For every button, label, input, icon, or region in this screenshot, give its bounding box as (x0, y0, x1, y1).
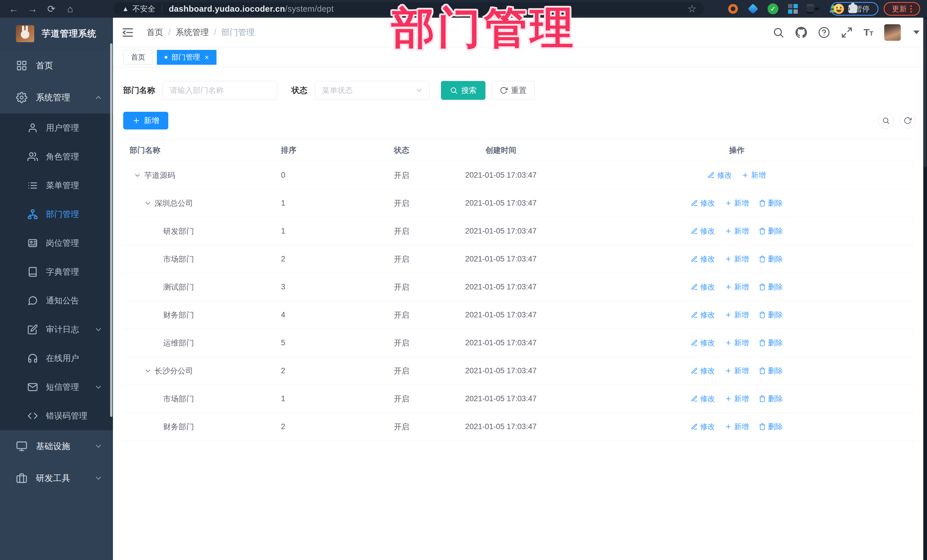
action-label: 新增 (734, 226, 749, 236)
row-edit-button[interactable]: 修改 (708, 170, 732, 180)
sort-cell: 1 (275, 227, 388, 235)
row-actions: 修改新增删除 (558, 282, 916, 292)
row-add-button[interactable]: 新增 (725, 366, 749, 376)
status-cell: 开启 (388, 338, 444, 348)
row-delete-button[interactable]: 删除 (759, 310, 783, 320)
row-actions: 修改新增删除 (558, 310, 916, 320)
proxy-on-extension-icon[interactable]: on (807, 3, 819, 15)
window-scrollbar[interactable] (923, 18, 927, 560)
expand-caret-icon[interactable] (144, 199, 152, 207)
sidebar-scrollbar[interactable] (110, 43, 112, 417)
green-check-extension-icon[interactable]: ✓ (767, 3, 779, 15)
sidebar-item-sms[interactable]: 短信管理 (0, 373, 113, 401)
dept-name: 长沙分公司 (155, 366, 193, 376)
action-label: 修改 (700, 254, 715, 264)
row-delete-button[interactable]: 删除 (759, 226, 783, 236)
dept-name-input[interactable] (163, 81, 277, 100)
sidebar-item-dict[interactable]: 字典管理 (0, 258, 113, 286)
help-icon[interactable] (818, 27, 830, 38)
status-label: 状态 (292, 85, 307, 96)
row-add-button[interactable]: 新增 (725, 422, 749, 432)
github-icon[interactable] (795, 27, 807, 38)
status-select[interactable]: 菜单状态 (315, 81, 430, 100)
text-size-icon[interactable]: TT (864, 27, 873, 38)
close-icon[interactable]: × (205, 54, 209, 61)
row-edit-button[interactable]: 修改 (691, 282, 715, 292)
collapse-menu-icon[interactable] (122, 26, 134, 39)
caret-down-icon[interactable] (913, 30, 919, 34)
sidebar-item-label: 首页 (36, 60, 53, 71)
sidebar-item-audit[interactable]: 审计日志 (0, 315, 113, 344)
row-edit-button[interactable]: 修改 (691, 226, 715, 236)
security-warning[interactable]: ▲ 不安全 (114, 4, 162, 14)
row-delete-button[interactable]: 删除 (759, 422, 783, 432)
search-button[interactable]: 搜索 (441, 81, 485, 100)
row-edit-button[interactable]: 修改 (691, 338, 715, 348)
expand-caret-icon[interactable] (144, 367, 152, 375)
plus-icon (725, 395, 732, 402)
profile-chip[interactable]: 已暂停 (831, 2, 878, 16)
row-add-button[interactable]: 新增 (725, 226, 749, 236)
update-button[interactable]: 更新 (884, 2, 920, 16)
tab-dept-management[interactable]: 部门管理 × (157, 50, 216, 65)
row-edit-button[interactable]: 修改 (691, 394, 715, 404)
sidebar-item-notice[interactable]: 通知公告 (0, 286, 113, 315)
expand-caret-icon[interactable] (134, 171, 141, 179)
chevron-down-icon (94, 442, 103, 451)
row-edit-button[interactable]: 修改 (691, 198, 715, 208)
bookmark-star-icon[interactable]: ☆ (687, 4, 696, 14)
book-icon (27, 267, 38, 277)
row-add-button[interactable]: 新增 (725, 394, 749, 404)
sidebar-logo[interactable]: 芋道管理系统 (0, 18, 113, 50)
dept-name: 市场部门 (163, 394, 194, 404)
row-add-button[interactable]: 新增 (725, 338, 749, 348)
sidebar-item-home[interactable]: 首页 (0, 50, 113, 82)
row-delete-button[interactable]: 删除 (759, 366, 783, 376)
row-edit-button[interactable]: 修改 (691, 310, 715, 320)
add-button[interactable]: 新增 (123, 112, 168, 129)
grid-extension-icon[interactable] (787, 3, 799, 15)
sidebar-item-infra[interactable]: 基础设施 (0, 430, 113, 462)
row-add-button[interactable]: 新增 (725, 198, 749, 208)
sidebar-item-role[interactable]: 角色管理 (0, 142, 113, 171)
refresh-table-button[interactable] (900, 112, 916, 129)
row-delete-button[interactable]: 删除 (759, 198, 783, 208)
breadcrumb-item[interactable]: 首页 (147, 27, 163, 38)
row-add-button[interactable]: 新增 (725, 282, 749, 292)
row-delete-button[interactable]: 删除 (759, 394, 783, 404)
sidebar-item-online[interactable]: 在线用户 (0, 344, 113, 373)
blue-gem-extension-icon[interactable] (747, 3, 759, 15)
row-edit-button[interactable]: 修改 (691, 254, 715, 264)
sidebar-item-post[interactable]: 岗位管理 (0, 229, 113, 258)
tab-home[interactable]: 首页 (123, 50, 153, 65)
kebab-menu-icon[interactable] (910, 5, 912, 12)
row-delete-button[interactable]: 删除 (759, 338, 783, 348)
sidebar-item-user[interactable]: 用户管理 (0, 114, 113, 142)
row-actions: 修改新增删除 (558, 254, 916, 264)
row-edit-button[interactable]: 修改 (691, 366, 715, 376)
reload-icon[interactable]: ⟳ (44, 2, 59, 16)
list-icon (27, 180, 38, 191)
forward-arrow-icon[interactable]: → (25, 2, 40, 16)
row-add-button[interactable]: 新增 (742, 170, 766, 180)
sidebar-item-system[interactable]: 系统管理 (0, 82, 113, 114)
row-delete-button[interactable]: 删除 (759, 254, 783, 264)
fullscreen-icon[interactable] (841, 27, 853, 38)
sidebar-item-menu[interactable]: 菜单管理 (0, 171, 113, 200)
row-edit-button[interactable]: 修改 (691, 422, 715, 432)
created-time-cell: 2021-01-05 17:03:47 (444, 255, 558, 264)
row-delete-button[interactable]: 删除 (759, 282, 783, 292)
row-add-button[interactable]: 新增 (725, 310, 749, 320)
sidebar-item-errcode[interactable]: 错误码管理 (0, 401, 113, 430)
orange-ring-extension-icon[interactable] (727, 3, 739, 15)
back-arrow-icon[interactable]: ← (6, 2, 21, 16)
row-add-button[interactable]: 新增 (725, 254, 749, 264)
home-icon[interactable]: ⌂ (63, 2, 78, 16)
show-search-toggle-button[interactable] (878, 112, 894, 129)
sidebar-item-dept[interactable]: 部门管理 (0, 200, 113, 229)
avatar[interactable] (884, 24, 901, 41)
reset-button[interactable]: 重置 (492, 81, 535, 100)
search-icon[interactable] (772, 27, 784, 38)
sidebar-item-devtools[interactable]: 研发工具 (0, 462, 113, 494)
breadcrumb-item[interactable]: 系统管理 (176, 27, 209, 38)
